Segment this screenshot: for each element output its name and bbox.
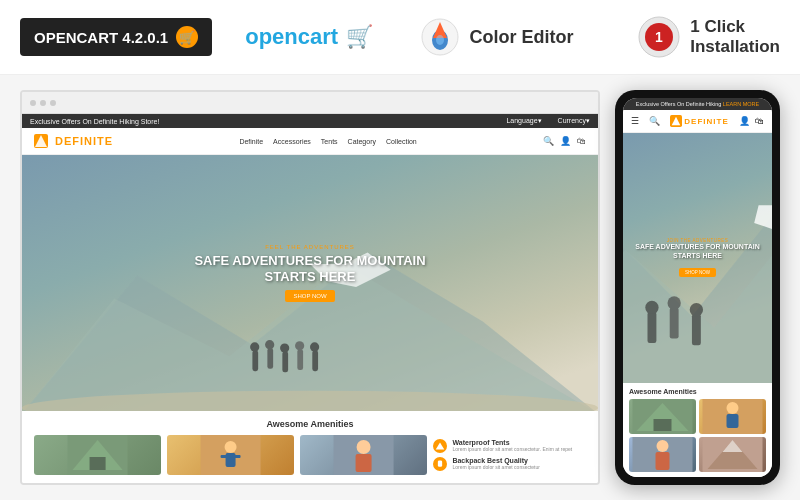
user-icon[interactable]: 👤 [560, 136, 571, 146]
mobile-amenities-grid [629, 399, 766, 472]
svg-point-31 [357, 440, 371, 454]
amenity-item-1: Waterproof Tents Lorem ipsum dolor sit a… [433, 439, 586, 453]
hero-title: SAFE ADVENTURES FOR MOUNTAIN STARTS HERE [194, 253, 425, 284]
click-install-line2: Installation [690, 37, 780, 57]
browser-bar [22, 92, 598, 114]
svg-point-43 [668, 296, 681, 309]
svg-text:1: 1 [655, 29, 663, 45]
click-install-line1: 1 Click [690, 17, 780, 37]
amenities-title: Awesome Amenities [34, 419, 586, 429]
mobile-logo-container: DEFINITE [670, 115, 728, 127]
svg-point-41 [645, 301, 658, 314]
search-icon[interactable]: 🔍 [543, 136, 554, 146]
store-announcement-bar: Exclusive Offers On Definite Hiking Stor… [22, 114, 598, 128]
browser-dot-1 [30, 100, 36, 106]
mobile-hero-title: SAFE ADVENTURES FOR MOUNTAIN STARTS HERE [623, 243, 772, 260]
mobile-search-icon[interactable]: 🔍 [649, 116, 660, 126]
store-logo-container: DEFINITE [34, 134, 113, 148]
mobile-logo: DEFINITE [684, 117, 728, 126]
amenity-item-1-title: Waterproof Tents [452, 439, 572, 446]
currency-selector[interactable]: Currency▾ [558, 117, 590, 125]
cart-icon: 🛒 [176, 26, 198, 48]
hamburger-icon[interactable]: ☰ [631, 116, 639, 126]
amenity-item-1-desc: Lorem ipsum dolor sit amet consectetur. … [452, 446, 572, 452]
svg-point-26 [225, 441, 237, 453]
bag-icon[interactable]: 🛍 [577, 136, 586, 146]
mobile-logo-icon [670, 115, 682, 127]
svg-point-15 [265, 340, 274, 349]
browser-dot-2 [40, 100, 46, 106]
amenity-card-1 [34, 435, 161, 475]
color-editor-icon [421, 18, 459, 56]
mobile-hero: Join The Adventures SAFE ADVENTURES FOR … [623, 133, 772, 383]
nav-collection[interactable]: Collection [386, 138, 417, 145]
opencart-logo-text: opencart [245, 24, 338, 50]
woman-image [300, 435, 427, 475]
hero-cta-button[interactable]: SHOP NOW [285, 290, 334, 302]
language-selector[interactable]: Language▾ [506, 117, 541, 125]
svg-point-45 [690, 303, 703, 316]
click-install-text: 1 Click Installation [690, 17, 780, 58]
announcement-text: Exclusive Offers On Definite Hiking Stor… [30, 118, 159, 125]
nav-category[interactable]: Category [348, 138, 376, 145]
store-logo-icon [34, 134, 48, 148]
desktop-mockup: Exclusive Offers On Definite Hiking Stor… [20, 90, 600, 485]
tent-image [34, 435, 161, 475]
main-content: Exclusive Offers On Definite Hiking Stor… [0, 75, 800, 500]
browser-dot-3 [50, 100, 56, 106]
nav-accessories[interactable]: Accessories [273, 138, 311, 145]
nav-icons: 🔍 👤 🛍 [543, 136, 586, 146]
svg-point-19 [295, 341, 304, 350]
svg-rect-20 [312, 350, 318, 371]
mobile-announcement-link[interactable]: LEARN MORE [723, 101, 759, 107]
mobile-amenity-hiker [699, 399, 766, 434]
mobile-user-icon[interactable]: 👤 [739, 116, 750, 126]
hero-section: Feel The Adventures SAFE ADVENTURES FOR … [22, 155, 598, 411]
tent-icon [433, 439, 447, 453]
nav-definite[interactable]: Definite [239, 138, 263, 145]
mobile-announcement: Exclusive Offers On Definite Hiking LEAR… [623, 98, 772, 110]
amenity-item-2-title: Backpack Best Quality [452, 457, 540, 464]
nav-links: Definite Accessories Tents Category Coll… [239, 138, 416, 145]
amenity-item-2-desc: Lorem ipsum dolor sit amet consectetur [452, 464, 540, 470]
svg-point-13 [250, 342, 259, 351]
svg-rect-28 [221, 455, 229, 458]
mobile-bag-icon[interactable]: 🛍 [755, 116, 764, 126]
svg-rect-18 [297, 349, 303, 370]
hiker-image [167, 435, 294, 475]
opencart-cart-icon: 🛒 [346, 24, 373, 50]
svg-rect-48 [654, 419, 672, 431]
nav-tents[interactable]: Tents [321, 138, 338, 145]
amenity-item-1-text: Waterproof Tents Lorem ipsum dolor sit a… [452, 439, 572, 452]
svg-rect-29 [233, 455, 241, 458]
mobile-amenity-mountain [699, 437, 766, 472]
mobile-hero-text: Join The Adventures SAFE ADVENTURES FOR … [623, 238, 772, 278]
svg-point-53 [657, 440, 669, 452]
amenity-card-3 [300, 435, 427, 475]
svg-point-3 [436, 35, 444, 45]
amenity-card-2 [167, 435, 294, 475]
lang-currency-bar: Language▾ Currency▾ [506, 117, 590, 125]
hero-subtitle: Feel The Adventures [194, 244, 425, 250]
svg-rect-16 [282, 351, 288, 372]
svg-point-17 [280, 343, 289, 352]
mobile-hero-cta[interactable]: SHOP NOW [679, 268, 716, 277]
top-bar: OPENCART 4.2.0.1 🛒 opencart 🛒 Color Edit… [0, 0, 800, 75]
click-install-icon: 1 [638, 16, 680, 58]
mobile-screen: Exclusive Offers On Definite Hiking LEAR… [623, 98, 772, 477]
svg-marker-33 [436, 442, 445, 449]
mobile-amenity-woman [629, 437, 696, 472]
svg-rect-24 [90, 457, 106, 470]
svg-rect-32 [356, 454, 372, 472]
svg-rect-40 [648, 312, 657, 343]
mobile-mockup: Exclusive Offers On Definite Hiking LEAR… [615, 90, 780, 485]
mobile-amenities: Awesome Amenities [623, 383, 772, 477]
color-editor-label: Color Editor [469, 27, 573, 48]
store-logo: DEFINITE [55, 135, 113, 147]
svg-rect-51 [727, 414, 739, 428]
backpack-icon [433, 457, 447, 471]
mobile-icons: 👤 🛍 [739, 116, 764, 126]
amenities-grid: Waterproof Tents Lorem ipsum dolor sit a… [34, 435, 586, 475]
version-section: OPENCART 4.2.0.1 🛒 [20, 18, 215, 56]
svg-marker-7 [35, 135, 47, 147]
